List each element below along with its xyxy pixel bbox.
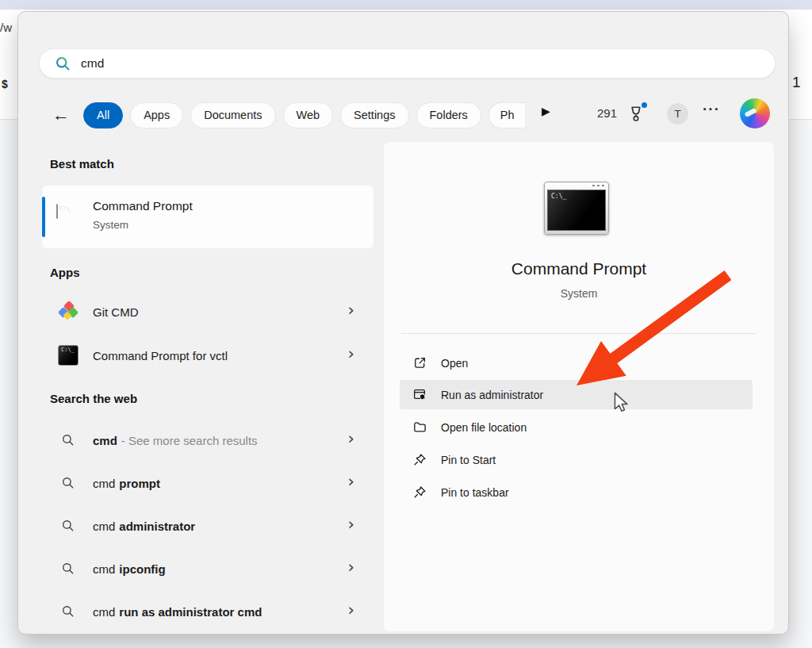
ellipsis-icon: ··· xyxy=(703,101,720,117)
pin-icon xyxy=(412,485,427,500)
git-cmd-icon xyxy=(58,301,79,322)
app-item-git-cmd[interactable]: Git CMD › xyxy=(42,295,373,328)
tab-documents[interactable]: Documents xyxy=(190,102,275,128)
search-input[interactable] xyxy=(81,50,763,77)
back-button[interactable]: ← xyxy=(48,102,74,128)
chevron-right-icon[interactable]: › xyxy=(348,429,354,448)
web-suggestion-row[interactable]: cmdprompt › xyxy=(42,466,373,500)
copilot-icon xyxy=(744,108,756,117)
action-run-as-administrator[interactable]: Run as administrator xyxy=(400,380,753,409)
more-options-button[interactable]: ··· xyxy=(703,101,720,118)
chevron-right-icon[interactable]: › xyxy=(348,515,354,534)
admin-shield-icon xyxy=(412,387,427,402)
search-icon xyxy=(61,604,75,619)
divider xyxy=(401,333,756,334)
command-prompt-icon: C:\_ xyxy=(58,345,79,366)
background-address-text: /w xyxy=(0,21,12,34)
detail-subtitle: System xyxy=(384,287,774,300)
chevron-right-icon[interactable]: › xyxy=(348,472,354,491)
back-arrow-icon: ← xyxy=(52,105,70,125)
window-controls-icon xyxy=(592,185,605,186)
detail-title: Command Prompt xyxy=(384,259,774,278)
search-icon xyxy=(55,56,71,72)
tab-all[interactable]: All xyxy=(83,102,123,128)
web-suggestion-row[interactable]: cmdadministrator › xyxy=(42,509,373,543)
best-match-title: Command Prompt xyxy=(93,199,193,213)
apps-heading: Apps xyxy=(50,266,80,279)
best-match-heading: Best match xyxy=(50,157,114,171)
rewards-points: 291 xyxy=(597,106,617,120)
rewards-button[interactable] xyxy=(626,102,648,125)
background-right-text: 1 xyxy=(792,74,801,91)
rewards-notification-dot xyxy=(642,102,647,108)
best-match-subtitle: System xyxy=(93,219,128,231)
open-external-icon xyxy=(412,355,427,370)
web-suggestion-row[interactable]: cmd- See more search results › xyxy=(42,424,373,457)
search-flyout-panel: ← All Apps Documents Web Settings Folder… xyxy=(17,11,789,635)
action-open[interactable]: Open xyxy=(400,348,753,378)
search-icon xyxy=(61,433,75,447)
selection-accent-bar xyxy=(42,197,45,237)
tab-web[interactable]: Web xyxy=(283,102,334,128)
background-tab-strip xyxy=(0,0,812,10)
command-prompt-app-icon: C:\_ xyxy=(544,182,609,235)
action-open-file-location[interactable]: Open file location xyxy=(400,412,753,442)
chevron-right-icon[interactable]: › xyxy=(348,344,354,363)
command-prompt-icon: C:\_ xyxy=(56,204,58,219)
more-filters-expand-button[interactable]: ▶ xyxy=(542,105,550,117)
best-match-item[interactable]: C:\_ Command Prompt System xyxy=(42,186,373,248)
chevron-right-icon[interactable]: › xyxy=(348,301,354,320)
account-avatar[interactable]: T xyxy=(667,103,688,125)
search-icon xyxy=(61,476,75,490)
folder-icon xyxy=(412,420,427,435)
play-icon: ▶ xyxy=(542,105,550,117)
search-icon xyxy=(61,519,75,533)
app-item-command-prompt-vctl[interactable]: C:\_ Command Prompt for vctl › xyxy=(42,339,373,372)
tab-settings[interactable]: Settings xyxy=(340,102,408,128)
copilot-button[interactable] xyxy=(740,98,770,128)
action-pin-to-taskbar[interactable]: Pin to taskbar xyxy=(400,477,753,507)
tab-apps[interactable]: Apps xyxy=(130,102,183,128)
tab-photos-truncated[interactable]: Ph xyxy=(488,102,525,128)
search-the-web-heading: Search the web xyxy=(50,392,137,405)
pin-icon xyxy=(412,452,427,467)
web-suggestion-row[interactable]: cmdipconfig › xyxy=(42,552,373,585)
search-box[interactable] xyxy=(39,48,776,79)
filter-tabs: All Apps Documents Web Settings Folders … xyxy=(83,102,525,128)
detail-pane: C:\_ Command Prompt System Open Ru xyxy=(384,142,774,631)
tab-folders[interactable]: Folders xyxy=(416,102,481,128)
chevron-right-icon[interactable]: › xyxy=(348,558,354,577)
search-icon xyxy=(61,562,75,576)
background-left-glyph: $ xyxy=(2,78,8,90)
web-suggestion-row[interactable]: cmdrun as administrator cmd › xyxy=(42,595,373,628)
action-pin-to-start[interactable]: Pin to Start xyxy=(400,445,753,474)
chevron-right-icon[interactable]: › xyxy=(348,600,354,619)
